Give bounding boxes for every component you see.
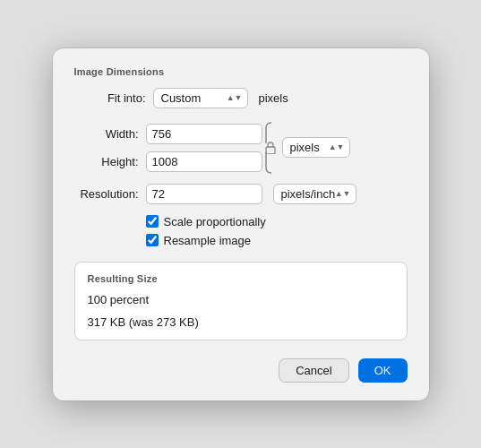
lock-icon: [265, 142, 276, 154]
buttons-row: Cancel OK: [74, 358, 408, 383]
resolution-label: Resolution:: [74, 187, 139, 201]
dimension-unit-wrapper: pixels percent in cm mm pt pica ▲▼: [282, 137, 350, 158]
resample-image-checkbox[interactable]: [146, 234, 159, 246]
svg-rect-0: [266, 147, 275, 154]
result-percent: 100 percent: [88, 293, 394, 306]
cancel-button[interactable]: Cancel: [279, 358, 348, 383]
dimension-unit-select-wrapper: pixels percent in cm mm pt pica ▲▼: [282, 137, 350, 158]
section-title: Image Dimensions: [74, 66, 408, 77]
resulting-size-section: Resulting Size 100 percent 317 KB (was 2…: [74, 262, 408, 340]
scale-proportionally-label: Scale proportionally: [164, 215, 266, 228]
fit-into-row: Fit into: Custom Original Size 640x480 8…: [74, 88, 408, 108]
lock-icon-container[interactable]: [264, 142, 277, 154]
fit-into-select-wrapper: Custom Original Size 640x480 800x600 102…: [153, 88, 248, 108]
link-bracket: [264, 121, 277, 175]
dimension-unit-select[interactable]: pixels percent in cm mm pt pica: [282, 137, 350, 158]
scale-proportionally-checkbox[interactable]: [146, 215, 159, 228]
fit-into-select[interactable]: Custom Original Size 640x480 800x600 102…: [153, 88, 248, 108]
width-row: Width:: [74, 124, 262, 144]
resample-image-label: Resample image: [164, 234, 252, 247]
height-label: Height:: [74, 155, 139, 168]
height-row: Height:: [74, 151, 262, 172]
resample-image-row: Resample image: [146, 234, 408, 247]
height-input[interactable]: [146, 151, 262, 172]
image-dimensions-dialog: Image Dimensions Fit into: Custom Origin…: [53, 48, 429, 401]
wh-fields: Width: Height:: [74, 124, 262, 172]
resolution-unit-select[interactable]: pixels/inch pixels/cm: [273, 184, 356, 204]
resulting-size-title: Resulting Size: [88, 273, 394, 284]
fit-into-label: Fit into:: [74, 91, 146, 105]
width-input[interactable]: [146, 124, 262, 144]
resolution-input[interactable]: [146, 184, 262, 204]
image-dimensions-section: Image Dimensions Fit into: Custom Origin…: [74, 66, 408, 247]
checkboxes-area: Scale proportionally Resample image: [146, 215, 408, 247]
resolution-unit-select-wrapper: pixels/inch pixels/cm ▲▼: [273, 184, 356, 204]
result-size: 317 KB (was 273 KB): [88, 315, 394, 329]
ok-button[interactable]: OK: [358, 358, 408, 383]
scale-proportionally-row: Scale proportionally: [146, 215, 408, 228]
resolution-row: Resolution: pixels/inch pixels/cm ▲▼: [74, 184, 408, 204]
width-label: Width:: [74, 127, 139, 141]
fit-into-unit: pixels: [259, 91, 288, 105]
